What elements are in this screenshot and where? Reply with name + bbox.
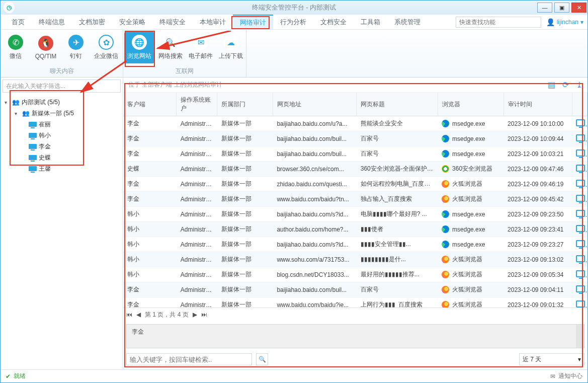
date-filter[interactable]: 近 7 天 ▾ [519, 353, 584, 365]
ribbon-web-search[interactable]: 🔍网络搜索 [155, 30, 186, 65]
ribbon-upload-download[interactable]: ☁上传下载 [216, 30, 246, 65]
cell-browser: msedge.exe [438, 237, 503, 252]
cell-browser: msedge.exe [438, 222, 503, 237]
pc-icon [29, 155, 37, 160]
cell-browser: msedge.exe [438, 207, 503, 222]
table-row[interactable]: 史蝶Administra...新媒体一部browser.360.cn/se/co… [123, 162, 587, 177]
menu-behavior[interactable]: 行为分析 [273, 15, 313, 29]
menu-toolbox[interactable]: 工具箱 [354, 15, 387, 29]
table-row[interactable]: 李金Administra...新媒体一部www.baidu.com/baidu?… [123, 192, 587, 207]
cell-monitor[interactable] [572, 237, 587, 252]
cell-url: author.baidu.com/home?... [273, 222, 356, 237]
cell-monitor[interactable] [572, 192, 587, 207]
cell-client: 韩小 [123, 207, 177, 222]
table-row[interactable]: 韩小Administra...新媒体一部author.baidu.com/hom… [123, 222, 587, 237]
audit-table-wrap[interactable]: 客户端 操作系统账户 所属部门 网页地址 网页标题 浏览器 审计时间 李金Adm… [123, 93, 587, 308]
minimize-button[interactable]: — [537, 3, 552, 13]
tree-leaf[interactable]: 王馨 [1, 163, 123, 174]
menu-home[interactable]: 首页 [5, 15, 32, 29]
monitor-icon [576, 300, 585, 308]
tree-leaf[interactable]: 崔丽 [1, 119, 123, 130]
refresh-icon[interactable]: ⟳ [562, 80, 569, 90]
current-user[interactable]: 👤 lijinchan ▾ [546, 18, 583, 26]
cell-monitor[interactable] [572, 252, 587, 267]
pager-last[interactable]: ⏭ [201, 311, 207, 318]
cell-title: 独占输入_百度搜索 [357, 192, 438, 207]
pager-prev[interactable]: ◀ [136, 311, 141, 318]
menu-terminal-info[interactable]: 终端信息 [32, 15, 72, 29]
table-row[interactable]: 韩小Administra...新媒体一部baijiahao.baidu.com/… [123, 207, 587, 222]
ribbon-browse-website[interactable]: 🌐浏览网站 [124, 32, 154, 63]
col-client[interactable]: 客户端 [123, 93, 177, 116]
group-icon: 👥 [22, 110, 30, 117]
menu-terminal-security[interactable]: 终端安全 [152, 15, 193, 29]
menu-doc-encrypt[interactable]: 文档加密 [72, 15, 112, 29]
cell-monitor[interactable] [572, 162, 587, 177]
cell-monitor[interactable] [572, 297, 587, 309]
col-os[interactable]: 操作系统账户 [177, 93, 217, 116]
menu-system[interactable]: 系统管理 [387, 15, 428, 29]
sidebar-filter-input[interactable]: 在此输入关键字筛选... [3, 80, 121, 93]
menu-local-audit[interactable]: 本地审计 [193, 15, 233, 29]
table-row[interactable]: 韩小Administra...新媒体一部www.sohu.com/a/73175… [123, 252, 587, 267]
browser-icon [442, 210, 449, 218]
ribbon-qq[interactable]: 🐧QQ/TIM [31, 30, 61, 65]
cell-monitor[interactable] [572, 222, 587, 237]
keyword-search-button[interactable]: 🔍 [256, 353, 268, 365]
maximize-button[interactable]: ▣ [554, 3, 569, 13]
cell-client: 李金 [123, 146, 177, 162]
cell-monitor[interactable] [572, 116, 587, 131]
table-row[interactable]: 李金Administra...新媒体一部www.baidu.com/baidu?… [123, 297, 587, 309]
detail-panel: 李金 [126, 324, 584, 348]
pager-first[interactable]: ⏮ [126, 311, 132, 318]
group-icon: 👥 [12, 99, 20, 106]
table-row[interactable]: 李金Administra...新媒体一部baijiahao.baidu.com/… [123, 116, 587, 131]
ribbon-wechat[interactable]: ✆微信 [1, 30, 31, 65]
col-browser[interactable]: 浏览器 [438, 93, 503, 116]
table-row[interactable]: 李金Administra...新媒体一部zhidao.baidu.com/que… [123, 177, 587, 192]
table-row[interactable]: 韩小Administra...新媒体一部blog.csdn.net/DCY180… [123, 267, 587, 282]
ribbon-enterprise-wechat[interactable]: ✿企业微信 [91, 30, 121, 65]
tree-leaf[interactable]: 李金 [1, 141, 123, 152]
table-row[interactable]: 李金Administra...新媒体一部baijiahao.baidu.com/… [123, 282, 587, 297]
cell-client: 韩小 [123, 267, 177, 282]
ribbon-email[interactable]: ✉电子邮件 [186, 30, 216, 65]
menu-doc-security[interactable]: 文档安全 [313, 15, 354, 29]
tree-leaf[interactable]: 史蝶 [1, 152, 123, 163]
notification-center[interactable]: 通知中心 [558, 372, 582, 380]
col-url[interactable]: 网页地址 [273, 93, 356, 116]
cell-monitor[interactable] [572, 146, 587, 162]
cell-client: 李金 [123, 177, 177, 192]
tree-leaf[interactable]: 韩小 [1, 130, 123, 141]
export-icon[interactable]: ⤓ [576, 80, 582, 90]
cell-monitor[interactable] [572, 267, 587, 282]
pager-next[interactable]: ▶ [193, 311, 197, 318]
cell-time: 2023-12-09 09:23:50 [503, 207, 572, 222]
cell-client: 史蝶 [123, 162, 177, 177]
table-row[interactable]: 韩小Administra...新媒体一部baijiahao.baidu.com/… [123, 237, 587, 252]
col-dept[interactable]: 所属部门 [217, 93, 273, 116]
quick-search-input[interactable] [456, 17, 541, 28]
tree-group[interactable]: ▾ 👥 新媒体一部 (5/5 [1, 108, 123, 119]
columns-icon[interactable]: ▤ [548, 80, 555, 90]
cell-monitor[interactable] [572, 131, 587, 146]
cell-monitor[interactable] [572, 207, 587, 222]
cell-monitor[interactable] [572, 282, 587, 297]
ribbon-group-chat-label: 聊天内容 [1, 65, 123, 77]
cell-os: Administra... [177, 162, 217, 177]
ribbon-dingtalk[interactable]: ✈钉钉 [61, 30, 91, 65]
cell-browser: msedge.exe [438, 146, 503, 162]
col-time[interactable]: 审计时间 [503, 93, 572, 116]
table-row[interactable]: 李金Administra...新媒体一部baijiahao.baidu.com/… [123, 146, 587, 162]
table-row[interactable]: 李金Administra...新媒体一部baijiahao.baidu.com/… [123, 131, 587, 146]
keyword-input[interactable] [126, 353, 252, 365]
detail-scrollbar[interactable] [576, 325, 584, 348]
menu-network-audit[interactable]: 网络审计 [233, 15, 273, 29]
close-button[interactable]: ✕ [571, 3, 586, 13]
col-title[interactable]: 网页标题 [357, 93, 438, 116]
menu-security-policy[interactable]: 安全策略 [112, 15, 152, 29]
cell-monitor[interactable] [572, 177, 587, 192]
browser-icon [442, 180, 449, 188]
browser-icon [442, 135, 449, 142]
tree-root[interactable]: ▾ 👥 内部测试 (5/5) [1, 97, 123, 108]
